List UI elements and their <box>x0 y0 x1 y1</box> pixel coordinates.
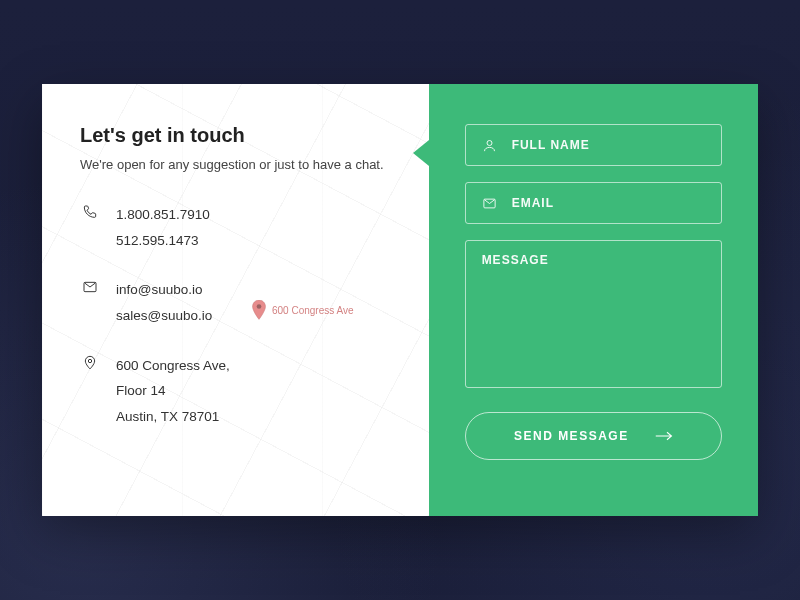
message-input[interactable] <box>482 253 705 375</box>
contact-card: Let's get in touch We're open for any su… <box>42 84 758 516</box>
address-line-1: 600 Congress Ave, <box>116 353 230 379</box>
contact-subtitle: We're open for any suggestion or just to… <box>80 157 391 172</box>
mail-icon <box>80 277 100 328</box>
message-field-wrap <box>465 240 722 388</box>
contact-form: SEND MESSAGE <box>429 84 758 516</box>
address-line-2: Floor 14 <box>116 378 230 404</box>
email-block: info@suubo.io sales@suubo.io <box>80 277 391 328</box>
email-field-wrap <box>465 182 722 224</box>
phone-block: 1.800.851.7910 512.595.1473 <box>80 202 391 253</box>
phone-icon <box>80 202 100 253</box>
user-icon <box>482 137 498 153</box>
send-button[interactable]: SEND MESSAGE <box>465 412 722 460</box>
email-input[interactable] <box>512 196 705 210</box>
email-line-1: info@suubo.io <box>116 277 212 303</box>
svg-point-1 <box>88 359 91 362</box>
address-block: 600 Congress Ave, Floor 14 Austin, TX 78… <box>80 353 391 430</box>
name-input[interactable] <box>512 138 705 152</box>
phone-line-2: 512.595.1473 <box>116 228 210 254</box>
phone-line-1: 1.800.851.7910 <box>116 202 210 228</box>
contact-info-panel: Let's get in touch We're open for any su… <box>42 84 429 516</box>
contact-title: Let's get in touch <box>80 124 391 147</box>
address-line-3: Austin, TX 78701 <box>116 404 230 430</box>
email-line-2: sales@suubo.io <box>116 303 212 329</box>
mail-icon <box>482 195 498 211</box>
send-button-label: SEND MESSAGE <box>514 429 629 443</box>
name-field-wrap <box>465 124 722 166</box>
svg-point-3 <box>487 140 492 145</box>
location-icon <box>80 353 100 430</box>
arrow-right-icon <box>655 430 673 442</box>
